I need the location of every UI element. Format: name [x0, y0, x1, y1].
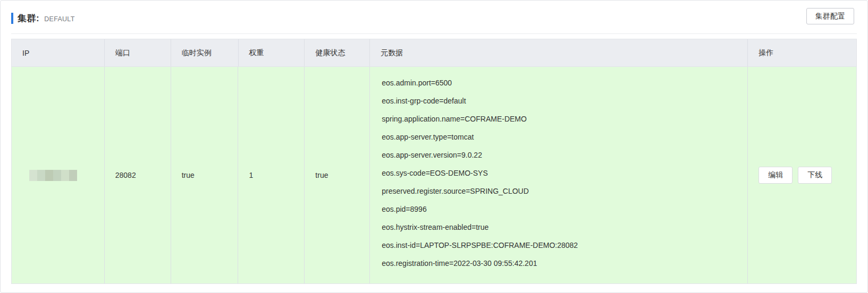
column-header-weight: 权重 — [239, 39, 305, 66]
cluster-config-button[interactable]: 集群配置 — [806, 8, 854, 24]
metadata-line: eos.app-server.version=9.0.22 — [382, 146, 737, 164]
actions-cell: 编辑 下线 — [748, 67, 856, 283]
title-accent-bar — [11, 13, 13, 24]
edit-instance-button[interactable]: 编辑 — [759, 167, 793, 184]
redaction-tile — [53, 170, 61, 181]
redaction-tile — [37, 170, 45, 181]
metadata-line: spring.application.name=COFRAME-DEMO — [382, 110, 737, 128]
metadata-line: eos.sys-code=EOS-DEMO-SYS — [382, 164, 737, 182]
metadata-line: eos.registration-time=2022-03-30 09:55:4… — [382, 254, 737, 272]
column-header-actions: 操作 — [748, 39, 856, 66]
healthy-cell: true — [305, 67, 370, 283]
panel-header: 集群: DEFAULT 集群配置 — [11, 1, 857, 34]
cluster-name: DEFAULT — [44, 14, 74, 23]
metadata-line: eos.pid=8996 — [382, 200, 737, 218]
metadata-line: preserved.register.source=SPRING_CLOUD — [382, 182, 737, 200]
cluster-panel: 集群: DEFAULT 集群配置 IP 端口 临时实例 权重 健康状态 元数据 … — [0, 0, 868, 293]
instance-row: 28082 true 1 true eos.admin.port=6500 eo… — [12, 67, 856, 283]
redacted-ip-blur — [29, 170, 77, 181]
column-header-port: 端口 — [105, 39, 171, 66]
metadata-line: eos.hystrix-stream-enabled=true — [382, 218, 737, 236]
metadata-line: eos.inst-id=LAPTOP-SLRPSPBE:COFRAME-DEMO… — [382, 236, 737, 254]
table-header-row: IP 端口 临时实例 权重 健康状态 元数据 操作 — [12, 39, 856, 67]
redaction-tile — [69, 170, 77, 181]
column-header-healthy: 健康状态 — [305, 39, 370, 66]
port-cell: 28082 — [105, 67, 171, 283]
column-header-ephemeral: 临时实例 — [171, 39, 239, 66]
column-header-ip: IP — [12, 39, 105, 66]
column-header-metadata: 元数据 — [370, 39, 748, 66]
redaction-tile — [45, 170, 53, 181]
metadata-line: eos.inst-grp-code=default — [382, 92, 737, 110]
offline-instance-button[interactable]: 下线 — [798, 167, 832, 184]
redaction-tile — [61, 170, 69, 181]
weight-cell: 1 — [238, 67, 305, 283]
instances-table: IP 端口 临时实例 权重 健康状态 元数据 操作 28082 true 1 t… — [11, 39, 857, 284]
metadata-cell: eos.admin.port=6500 eos.inst-grp-code=de… — [370, 67, 748, 283]
redaction-tile — [29, 170, 37, 181]
metadata-line: eos.app-server.type=tomcat — [382, 128, 737, 146]
ephemeral-cell: true — [171, 67, 239, 283]
section-title: 集群: — [18, 12, 39, 24]
ip-cell — [12, 67, 105, 283]
metadata-line: eos.admin.port=6500 — [382, 74, 737, 92]
